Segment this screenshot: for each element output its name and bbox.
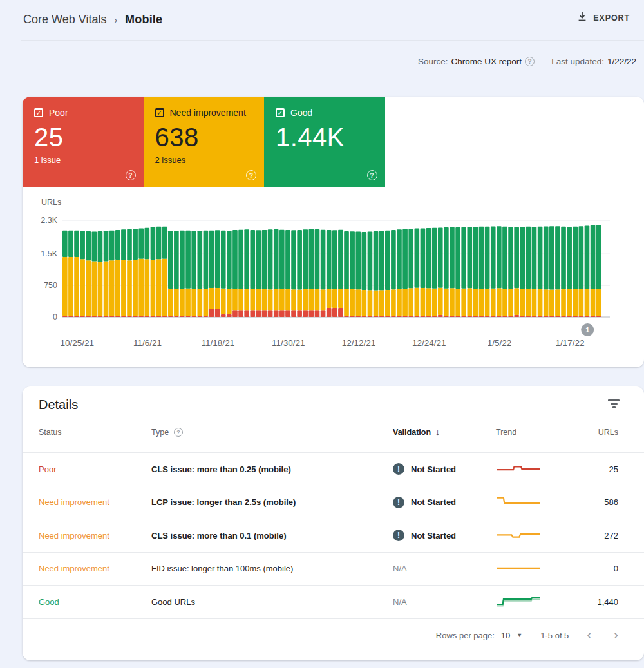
poor-checkbox-icon[interactable]: ✓	[34, 108, 43, 117]
column-header-type: Type	[151, 428, 169, 437]
validation-cell: N/A	[393, 564, 496, 573]
pagination-range: 1-5 of 5	[540, 631, 569, 640]
breadcrumb-chevron-icon: ›	[114, 15, 117, 25]
need-improvement-card-value: 638	[155, 123, 253, 152]
status-cell: Poor	[39, 464, 151, 474]
export-label: EXPORT	[593, 14, 630, 23]
urls-cell: 272	[580, 531, 618, 540]
breadcrumb: Core Web Vitals › Mobile	[23, 13, 162, 26]
table-row[interactable]: Need improvementLCP issue: longer than 2…	[23, 486, 644, 519]
table-row[interactable]: Need improvementCLS issue: more than 0.1…	[23, 519, 644, 552]
rows-per-page-value: 10	[501, 631, 510, 640]
table-row[interactable]: Need improvementFID issue: longer than 1…	[23, 552, 644, 586]
svg-text:1.5K: 1.5K	[41, 249, 57, 258]
trend-cell	[496, 528, 580, 544]
export-button[interactable]: EXPORT	[577, 12, 630, 24]
trend-sparkline	[496, 594, 541, 608]
chart-marker-1[interactable]: 1	[581, 323, 594, 336]
svg-text:11/18/21: 11/18/21	[202, 338, 235, 348]
trend-cell	[496, 594, 580, 610]
source-help-icon[interactable]: ?	[525, 57, 535, 66]
need-improvement-help-icon[interactable]: ?	[246, 170, 256, 180]
svg-text:2.3K: 2.3K	[41, 216, 57, 225]
validation-cell: !Not Started	[393, 463, 496, 475]
rows-per-page-label: Rows per page:	[436, 631, 495, 640]
need-improvement-card-label: Need improvement	[170, 108, 246, 118]
svg-text:12/12/21: 12/12/21	[342, 338, 376, 348]
download-icon	[577, 12, 587, 24]
source-value: Chrome UX report	[451, 57, 522, 66]
good-help-icon[interactable]: ?	[367, 170, 377, 180]
report-meta: Source: Chrome UX report ? Last updated:…	[418, 57, 636, 66]
column-header-validation[interactable]: Validation ↓	[393, 427, 496, 437]
not-started-icon: !	[393, 463, 404, 475]
svg-text:11/6/21: 11/6/21	[133, 338, 162, 348]
not-started-icon: !	[393, 530, 404, 541]
next-page-button[interactable]: ›	[614, 628, 618, 642]
poor-card-label: Poor	[49, 108, 68, 118]
validation-cell: N/A	[393, 597, 496, 607]
type-cell: CLS issue: more than 0.25 (mobile)	[151, 464, 393, 474]
table-footer: Rows per page: 10 ▼ 1-5 of 5 ‹ ›	[23, 618, 644, 652]
table-row[interactable]: GoodGood URLsN/A1,440	[23, 585, 644, 618]
column-header-trend: Trend	[496, 428, 580, 437]
sort-descending-icon: ↓	[435, 427, 440, 437]
validation-status-text: Not Started	[411, 464, 456, 474]
trend-sparkline	[496, 528, 541, 542]
need-improvement-card[interactable]: ✓ Need improvement 638 2 issues ?	[144, 97, 265, 187]
trend-cell	[496, 560, 580, 577]
not-started-icon: !	[393, 497, 404, 508]
poor-card-value: 25	[34, 123, 132, 152]
rows-per-page-dropdown[interactable]: Rows per page: 10 ▼	[436, 631, 522, 640]
good-checkbox-icon[interactable]: ✓	[276, 108, 285, 117]
column-header-urls: URLs	[580, 428, 618, 437]
dropdown-arrow-icon: ▼	[516, 632, 522, 638]
status-cell: Need improvement	[39, 564, 151, 573]
status-cell: Need improvement	[39, 497, 151, 507]
good-card-value: 1.44K	[276, 123, 374, 152]
previous-page-button[interactable]: ‹	[587, 628, 591, 642]
urls-cell: 586	[580, 497, 618, 507]
breadcrumb-mobile: Mobile	[125, 13, 162, 26]
validation-cell: !Not Started	[393, 530, 496, 541]
details-title: Details	[23, 386, 644, 412]
validation-status-text: Not Started	[411, 531, 456, 540]
table-header-row: Status Type ? Validation ↓ Trend URLs	[23, 412, 644, 452]
stacked-bar-chart[interactable]: 2.3K1.5K750010/25/2111/6/2111/18/2111/30…	[35, 213, 634, 361]
chart-y-axis-title: URLs	[41, 198, 61, 207]
column-header-status: Status	[39, 428, 151, 437]
trend-cell	[496, 461, 580, 477]
svg-text:1/17/22: 1/17/22	[555, 338, 584, 348]
trend-sparkline	[496, 560, 541, 575]
validation-status-text: Not Started	[411, 497, 456, 507]
type-cell: CLS issue: more than 0.1 (mobile)	[151, 531, 393, 540]
urls-cell: 25	[580, 464, 618, 474]
svg-text:750: 750	[44, 281, 57, 290]
table-row[interactable]: PoorCLS issue: more than 0.25 (mobile)!N…	[23, 452, 644, 486]
summary-panel: ✓ Poor 25 1 issue ? ✓ Need improvement 6…	[23, 97, 644, 367]
type-cell: LCP issue: longer than 2.5s (mobile)	[151, 497, 393, 507]
need-improvement-checkbox-icon[interactable]: ✓	[155, 108, 164, 117]
filter-icon[interactable]	[607, 397, 621, 410]
svg-text:1/5/22: 1/5/22	[488, 338, 512, 348]
svg-text:0: 0	[53, 312, 57, 321]
svg-text:12/24/21: 12/24/21	[412, 338, 446, 348]
table-body: PoorCLS issue: more than 0.25 (mobile)!N…	[23, 452, 644, 618]
poor-help-icon[interactable]: ?	[126, 170, 136, 180]
good-card[interactable]: ✓ Good 1.44K ?	[264, 97, 385, 187]
poor-card-issues: 1 issue	[34, 155, 132, 165]
urls-cell: 1,440	[580, 597, 618, 607]
need-improvement-card-issues: 2 issues	[155, 155, 253, 165]
svg-text:11/30/21: 11/30/21	[272, 338, 305, 348]
header-divider	[21, 40, 644, 41]
poor-card[interactable]: ✓ Poor 25 1 issue ?	[23, 97, 144, 187]
source-group: Source: Chrome UX report ?	[418, 57, 535, 66]
status-cell: Need improvement	[39, 531, 151, 540]
top-bar: Core Web Vitals › Mobile EXPORT	[0, 0, 644, 41]
type-help-icon[interactable]: ?	[174, 428, 183, 437]
last-updated-group: Last updated: 1/22/22	[551, 57, 636, 66]
breadcrumb-core-web-vitals[interactable]: Core Web Vitals	[23, 13, 106, 26]
trend-sparkline	[496, 461, 541, 475]
details-panel: Details Status Type ? Validation ↓ Trend…	[23, 386, 644, 660]
source-label: Source:	[418, 57, 448, 66]
